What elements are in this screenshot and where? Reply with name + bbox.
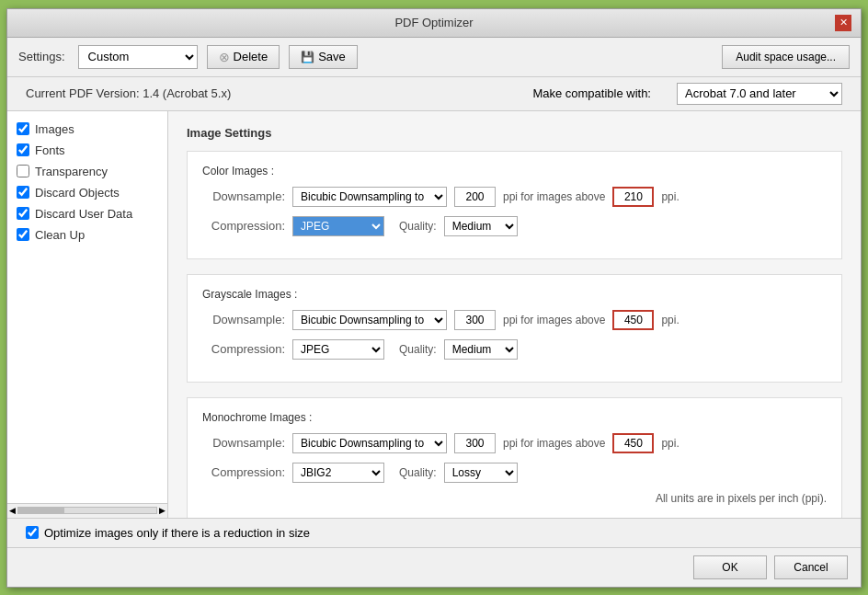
gray-quality-label: Quality:	[399, 343, 437, 356]
color-compression-select[interactable]: JPEG ZIP Retain	[292, 216, 384, 236]
version-bar: Current PDF Version: 1.4 (Acrobat 5.x) M…	[7, 77, 861, 111]
scroll-right-icon[interactable]: ▶	[159, 506, 166, 515]
optimize-checkbox[interactable]	[26, 526, 39, 539]
color-highlight-ppi-input[interactable]	[612, 187, 654, 207]
save-button[interactable]: 💾 Save	[289, 45, 358, 69]
color-downsample-row: Downsample: Bicubic Downsampling to Aver…	[202, 187, 827, 207]
sidebar-item-images[interactable]: Images	[7, 119, 167, 140]
mono-downsample-select[interactable]: Bicubic Downsampling to Average Downsamp…	[292, 433, 447, 453]
scrollbar-thumb[interactable]	[18, 508, 64, 513]
content-area: Image Settings Color Images : Downsample…	[168, 111, 861, 518]
gray-compression-label: Compression:	[202, 342, 285, 356]
gray-compression-row: Compression: JPEG ZIP Quality: Low Mediu…	[202, 339, 827, 360]
mono-quality-label: Quality:	[399, 466, 437, 479]
sidebar-item-discard-user-data[interactable]: Discard User Data	[7, 203, 167, 224]
sidebar-item-fonts[interactable]: Fonts	[7, 140, 167, 161]
mono-downsample-label: Downsample:	[202, 436, 285, 450]
mono-compression-select[interactable]: JBIG2 CCITT Group 4 ZIP	[292, 463, 384, 483]
mono-ppi-unit: ppi.	[661, 437, 679, 450]
sidebar-item-clean-up[interactable]: Clean Up	[7, 224, 167, 246]
settings-label: Settings:	[18, 50, 65, 63]
current-version-text: Current PDF Version: 1.4 (Acrobat 5.x)	[26, 86, 231, 100]
dialog-buttons: OK Cancel	[7, 547, 861, 587]
optimize-label[interactable]: Optimize images only if there is a reduc…	[44, 526, 310, 540]
main-area: Images Fonts Transparency Discard Object…	[7, 111, 861, 518]
gray-downsample-row: Downsample: Bicubic Downsampling to Aver…	[202, 310, 827, 330]
mono-compression-row: Compression: JBIG2 CCITT Group 4 ZIP Qua…	[202, 463, 827, 483]
color-above-text: ppi for images above	[503, 190, 605, 203]
color-ppi-unit: ppi.	[661, 190, 679, 203]
discard-user-data-checkbox[interactable]	[17, 207, 29, 220]
title-bar: PDF Optimizer ✕	[7, 9, 861, 38]
fonts-label[interactable]: Fonts	[35, 143, 65, 157]
cancel-button[interactable]: Cancel	[774, 555, 848, 579]
color-quality-select[interactable]: Low Medium High Maximum	[444, 216, 518, 236]
scrollbar-track	[17, 507, 157, 514]
monochrome-images-title: Monochrome Images :	[202, 411, 827, 424]
color-ppi-input[interactable]	[454, 187, 496, 207]
fonts-checkbox[interactable]	[17, 143, 29, 156]
clean-up-label[interactable]: Clean Up	[35, 228, 85, 242]
images-checkbox[interactable]	[17, 122, 29, 135]
monochrome-images-section: Monochrome Images : Downsample: Bicubic …	[187, 397, 842, 518]
toolbar: Settings: Custom ⊗ Delete 💾 Save Audit s…	[7, 38, 861, 77]
audit-button[interactable]: Audit space usage...	[722, 45, 850, 69]
window-title: PDF Optimizer	[33, 16, 835, 29]
grayscale-images-title: Grayscale Images :	[202, 288, 827, 301]
color-quality-label: Quality:	[399, 220, 437, 233]
sidebar-item-discard-objects[interactable]: Discard Objects	[7, 182, 167, 203]
delete-icon: ⊗	[219, 50, 230, 64]
transparency-checkbox[interactable]	[17, 165, 29, 177]
close-button[interactable]: ✕	[835, 15, 851, 31]
gray-downsample-label: Downsample:	[202, 313, 285, 326]
gray-downsample-select[interactable]: Bicubic Downsampling to Average Downsamp…	[292, 310, 447, 330]
mono-downsample-row: Downsample: Bicubic Downsampling to Aver…	[202, 433, 827, 453]
footer-note: All units are in pixels per inch (ppi).	[202, 492, 827, 505]
compat-select[interactable]: Acrobat 7.0 and later Acrobat 6.0 and la…	[677, 83, 842, 105]
color-compression-label: Compression:	[202, 219, 285, 233]
gray-quality-select[interactable]: Low Medium High	[444, 339, 518, 360]
sidebar-item-transparency[interactable]: Transparency	[7, 161, 167, 182]
gray-compression-select[interactable]: JPEG ZIP	[292, 339, 384, 360]
color-compression-row: Compression: JPEG ZIP Retain Quality: Lo…	[202, 216, 827, 236]
mono-compression-label: Compression:	[202, 465, 285, 479]
discard-objects-checkbox[interactable]	[17, 186, 29, 199]
clean-up-checkbox[interactable]	[17, 228, 29, 241]
color-images-title: Color Images :	[202, 165, 827, 177]
discard-objects-label[interactable]: Discard Objects	[35, 186, 120, 200]
color-downsample-label: Downsample:	[202, 189, 285, 203]
gray-ppi-input[interactable]	[454, 310, 496, 330]
sidebar: Images Fonts Transparency Discard Object…	[7, 111, 168, 518]
gray-highlight-ppi-input[interactable]	[612, 310, 654, 330]
gray-ppi-unit: ppi.	[661, 314, 679, 326]
mono-above-text: ppi for images above	[503, 437, 605, 450]
images-label[interactable]: Images	[35, 122, 74, 136]
discard-user-data-label[interactable]: Discard User Data	[35, 207, 132, 221]
settings-select[interactable]: Custom	[78, 45, 198, 69]
color-downsample-select[interactable]: Bicubic Downsampling to Average Downsamp…	[292, 187, 447, 207]
section-title: Image Settings	[187, 126, 842, 140]
compat-label: Make compatible with:	[532, 86, 651, 100]
grayscale-images-section: Grayscale Images : Downsample: Bicubic D…	[187, 274, 842, 383]
mono-ppi-input[interactable]	[454, 433, 496, 453]
transparency-label[interactable]: Transparency	[35, 165, 108, 178]
sidebar-scrollbar[interactable]: ◀ ▶	[7, 503, 167, 518]
delete-button[interactable]: ⊗ Delete	[207, 45, 280, 69]
color-images-section: Color Images : Downsample: Bicubic Downs…	[187, 151, 842, 259]
pdf-optimizer-window: PDF Optimizer ✕ Settings: Custom ⊗ Delet…	[6, 8, 862, 588]
save-icon: 💾	[301, 51, 314, 63]
optimize-row: Optimize images only if there is a reduc…	[7, 518, 861, 547]
scroll-left-icon[interactable]: ◀	[9, 506, 16, 515]
mono-quality-select[interactable]: Lossy Lossless	[444, 463, 518, 483]
mono-highlight-ppi-input[interactable]	[612, 433, 654, 453]
gray-above-text: ppi for images above	[503, 314, 605, 326]
ok-button[interactable]: OK	[693, 555, 767, 579]
